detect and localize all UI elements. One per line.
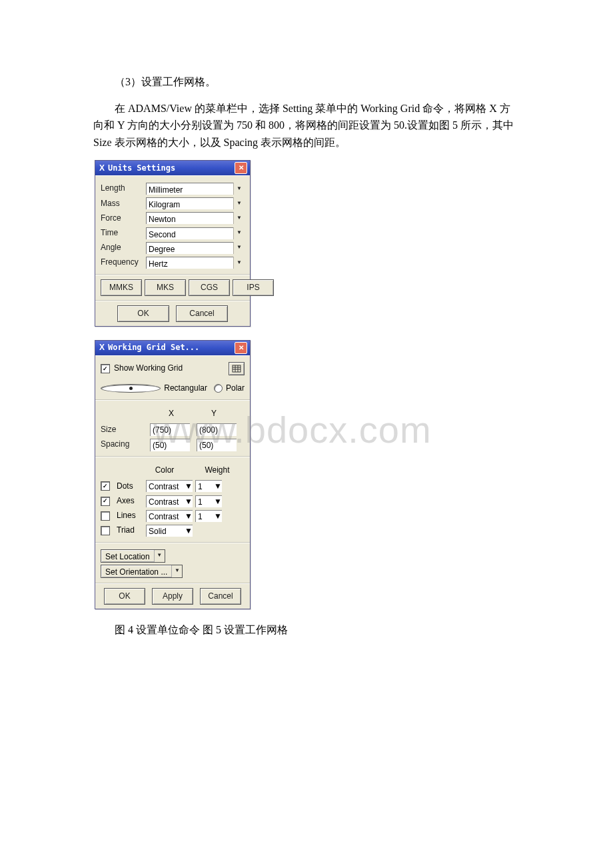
working-grid-dialog: X Working Grid Set... ✕ ✓ Show Working G… [95, 340, 251, 609]
app-x-icon: X [99, 162, 105, 175]
triad-select[interactable]: Solid▼ [146, 525, 193, 537]
set-orientation-dropdown[interactable]: Set Orientation ... ▼ [101, 565, 183, 578]
lines-label: Lines [117, 509, 143, 522]
spacing-label: Spacing [101, 438, 150, 451]
ok-button[interactable]: OK [104, 588, 145, 605]
dots-color-value: Contrast [146, 480, 185, 492]
mmks-button[interactable]: MMKS [101, 279, 142, 296]
angle-select[interactable]: Degree ▼ [146, 242, 245, 254]
force-select[interactable]: Newton ▼ [146, 212, 245, 224]
dots-checkbox[interactable]: ✓ [101, 481, 110, 491]
polar-radio[interactable] [214, 384, 223, 393]
set-location-label: Set Location [101, 550, 154, 562]
chevron-down-icon: ▼ [233, 197, 245, 209]
chevron-down-icon: ▼ [233, 212, 245, 224]
ips-button[interactable]: IPS [233, 279, 274, 296]
angle-value: Degree [146, 242, 233, 254]
lines-weight-value: 1 [195, 510, 214, 522]
chevron-down-icon: ▼ [171, 565, 182, 577]
chevron-down-icon: ▼ [233, 183, 245, 195]
mass-value: Kilogram [146, 197, 233, 209]
chevron-down-icon: ▼ [185, 480, 193, 492]
chevron-down-icon: ▼ [214, 480, 222, 492]
size-label: Size [101, 423, 150, 436]
triad-checkbox[interactable] [101, 526, 110, 535]
rectangular-label: Rectangular [164, 382, 207, 395]
paragraph-2: 在 ADAMS/View 的菜单栏中，选择 Setting 菜单中的 Worki… [93, 100, 520, 151]
lines-checkbox[interactable] [101, 511, 110, 521]
show-grid-checkbox[interactable]: ✓ [101, 364, 110, 373]
length-label: Length [101, 182, 146, 195]
time-select[interactable]: Second ▼ [146, 227, 245, 239]
lines-weight-select[interactable]: 1▼ [195, 510, 222, 522]
show-grid-label: Show Working Grid [114, 362, 183, 375]
chevron-down-icon: ▼ [185, 510, 193, 522]
time-value: Second [146, 227, 233, 239]
units-settings-dialog: X Units Settings ✕ Length Millimeter ▼ M… [95, 160, 251, 327]
length-value: Millimeter [146, 183, 233, 195]
paragraph-1: （3）设置工作网格。 [93, 73, 520, 91]
set-orientation-label: Set Orientation ... [101, 565, 171, 577]
chevron-down-icon: ▼ [214, 510, 222, 522]
chevron-down-icon: ▼ [185, 525, 193, 537]
close-icon[interactable]: ✕ [235, 342, 247, 354]
mass-label: Mass [101, 197, 146, 210]
frequency-select[interactable]: Hertz ▼ [146, 257, 245, 269]
dots-weight-select[interactable]: 1▼ [195, 480, 222, 492]
rectangular-radio[interactable] [101, 384, 161, 393]
size-y-input[interactable]: (800) [197, 423, 237, 436]
axes-color-select[interactable]: Contrast▼ [146, 495, 193, 507]
app-x-icon: X [99, 341, 105, 354]
set-location-dropdown[interactable]: Set Location ▼ [101, 549, 165, 563]
spacing-y-input[interactable]: (50) [197, 439, 237, 451]
grid-titlebar[interactable]: X Working Grid Set... ✕ [95, 341, 250, 355]
svg-rect-0 [233, 365, 241, 372]
frequency-label: Frequency [101, 256, 146, 269]
axes-color-value: Contrast [146, 495, 185, 507]
axes-label: Axes [117, 495, 143, 507]
weight-header: Weight [190, 464, 245, 477]
dots-label: Dots [117, 480, 143, 493]
triad-value: Solid [146, 525, 185, 537]
dots-weight-value: 1 [195, 480, 214, 492]
chevron-down-icon: ▼ [233, 227, 245, 239]
frequency-value: Hertz [146, 257, 233, 269]
chevron-down-icon: ▼ [154, 550, 165, 562]
close-icon[interactable]: ✕ [235, 162, 247, 174]
cancel-button[interactable]: Cancel [200, 588, 241, 605]
units-title: Units Settings [108, 162, 175, 175]
units-titlebar[interactable]: X Units Settings ✕ [95, 161, 250, 175]
x-header: X [150, 407, 193, 420]
dots-color-select[interactable]: Contrast▼ [146, 480, 193, 492]
axes-weight-value: 1 [195, 495, 214, 507]
length-select[interactable]: Millimeter ▼ [146, 183, 245, 195]
chevron-down-icon: ▼ [214, 495, 222, 507]
y-header: Y [193, 407, 235, 420]
angle-label: Angle [101, 241, 146, 254]
color-header: Color [139, 464, 190, 477]
grid-options-button[interactable] [229, 362, 245, 375]
spacing-x-input[interactable]: (50) [150, 439, 190, 451]
grid-title: Working Grid Set... [108, 341, 199, 354]
polar-label: Polar [226, 382, 245, 395]
axes-weight-select[interactable]: 1▼ [195, 495, 222, 507]
ok-button[interactable]: OK [117, 305, 169, 322]
mks-button[interactable]: MKS [145, 279, 186, 296]
force-label: Force [101, 212, 146, 225]
apply-button[interactable]: Apply [152, 588, 193, 605]
cancel-button[interactable]: Cancel [176, 305, 228, 322]
chevron-down-icon: ▼ [233, 257, 245, 269]
chevron-down-icon: ▼ [185, 495, 193, 507]
mass-select[interactable]: Kilogram ▼ [146, 197, 245, 209]
axes-checkbox[interactable]: ✓ [101, 497, 110, 506]
lines-color-select[interactable]: Contrast▼ [146, 510, 193, 522]
size-x-input[interactable]: (750) [150, 423, 190, 436]
lines-color-value: Contrast [146, 510, 185, 522]
time-label: Time [101, 227, 146, 239]
chevron-down-icon: ▼ [233, 242, 245, 254]
triad-label: Triad [117, 524, 143, 537]
cgs-button[interactable]: CGS [189, 279, 230, 296]
figure-caption: 图 4 设置单位命令 图 5 设置工作网格 [93, 621, 520, 639]
force-value: Newton [146, 212, 233, 224]
